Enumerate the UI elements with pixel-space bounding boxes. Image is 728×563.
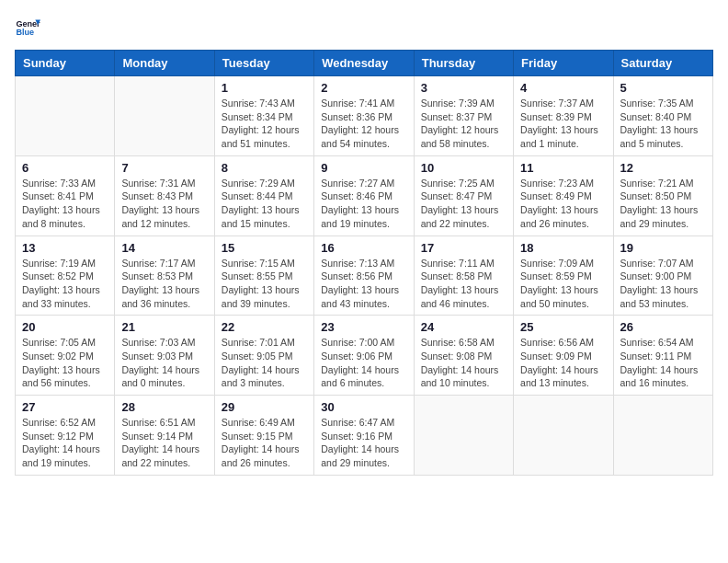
day-number: 29: [222, 400, 307, 414]
day-number: 3: [421, 81, 506, 95]
day-info: Sunrise: 7:39 AM Sunset: 8:37 PM Dayligh…: [421, 97, 506, 151]
calendar-week-row: 20Sunrise: 7:05 AM Sunset: 9:02 PM Dayli…: [16, 316, 713, 396]
day-info: Sunrise: 7:19 AM Sunset: 8:52 PM Dayligh…: [22, 257, 108, 311]
day-info: Sunrise: 7:05 AM Sunset: 9:02 PM Dayligh…: [22, 336, 108, 390]
day-number: 5: [620, 81, 706, 95]
calendar-header-wednesday: Wednesday: [314, 51, 414, 76]
day-number: 4: [520, 81, 606, 95]
day-number: 30: [321, 400, 406, 414]
day-info: Sunrise: 6:56 AM Sunset: 9:09 PM Dayligh…: [520, 336, 606, 390]
day-info: Sunrise: 7:29 AM Sunset: 8:44 PM Dayligh…: [222, 177, 307, 231]
day-info: Sunrise: 7:37 AM Sunset: 8:39 PM Dayligh…: [520, 97, 606, 151]
calendar-header-thursday: Thursday: [414, 51, 513, 76]
calendar-header-saturday: Saturday: [613, 51, 712, 76]
day-number: 21: [121, 320, 207, 334]
day-info: Sunrise: 7:15 AM Sunset: 8:55 PM Dayligh…: [222, 257, 307, 311]
calendar-cell: [115, 76, 214, 156]
calendar-cell: 28Sunrise: 6:51 AM Sunset: 9:14 PM Dayli…: [115, 396, 214, 476]
day-number: 24: [421, 320, 506, 334]
calendar-cell: 14Sunrise: 7:17 AM Sunset: 8:53 PM Dayli…: [115, 236, 214, 316]
day-number: 20: [22, 320, 108, 334]
calendar-cell: 23Sunrise: 7:00 AM Sunset: 9:06 PM Dayli…: [314, 316, 414, 396]
calendar-header-tuesday: Tuesday: [214, 51, 313, 76]
calendar-cell: 10Sunrise: 7:25 AM Sunset: 8:47 PM Dayli…: [414, 155, 513, 236]
calendar-cell: [16, 76, 115, 156]
calendar-cell: 27Sunrise: 6:52 AM Sunset: 9:12 PM Dayli…: [16, 396, 115, 476]
calendar-cell: 22Sunrise: 7:01 AM Sunset: 9:05 PM Dayli…: [214, 316, 313, 396]
day-info: Sunrise: 7:01 AM Sunset: 9:05 PM Dayligh…: [222, 336, 307, 390]
calendar-cell: 24Sunrise: 6:58 AM Sunset: 9:08 PM Dayli…: [414, 316, 513, 396]
day-number: 18: [520, 241, 606, 255]
day-info: Sunrise: 7:31 AM Sunset: 8:43 PM Dayligh…: [121, 177, 207, 231]
day-number: 19: [620, 241, 706, 255]
day-number: 10: [421, 161, 506, 175]
calendar-cell: 9Sunrise: 7:27 AM Sunset: 8:46 PM Daylig…: [314, 155, 414, 236]
calendar-cell: 30Sunrise: 6:47 AM Sunset: 9:16 PM Dayli…: [314, 396, 414, 476]
calendar-header-sunday: Sunday: [16, 51, 115, 76]
day-number: 8: [222, 161, 307, 175]
day-info: Sunrise: 6:54 AM Sunset: 9:11 PM Dayligh…: [620, 336, 706, 390]
calendar-cell: 26Sunrise: 6:54 AM Sunset: 9:11 PM Dayli…: [613, 316, 712, 396]
day-info: Sunrise: 7:27 AM Sunset: 8:46 PM Dayligh…: [321, 177, 406, 231]
header: General Blue: [15, 15, 713, 40]
day-number: 28: [121, 400, 207, 414]
calendar-cell: 17Sunrise: 7:11 AM Sunset: 8:58 PM Dayli…: [414, 236, 513, 316]
day-info: Sunrise: 7:41 AM Sunset: 8:36 PM Dayligh…: [321, 97, 406, 151]
day-info: Sunrise: 6:58 AM Sunset: 9:08 PM Dayligh…: [421, 336, 506, 390]
calendar-header-friday: Friday: [514, 51, 613, 76]
calendar-cell: 8Sunrise: 7:29 AM Sunset: 8:44 PM Daylig…: [214, 155, 313, 236]
calendar-cell: 15Sunrise: 7:15 AM Sunset: 8:55 PM Dayli…: [214, 236, 313, 316]
calendar-cell: 3Sunrise: 7:39 AM Sunset: 8:37 PM Daylig…: [414, 76, 513, 156]
calendar-cell: 5Sunrise: 7:35 AM Sunset: 8:40 PM Daylig…: [613, 76, 712, 156]
calendar-cell: 11Sunrise: 7:23 AM Sunset: 8:49 PM Dayli…: [514, 155, 613, 236]
day-number: 2: [321, 81, 406, 95]
day-info: Sunrise: 7:09 AM Sunset: 8:59 PM Dayligh…: [520, 257, 606, 311]
day-number: 22: [222, 320, 307, 334]
day-number: 12: [620, 161, 706, 175]
calendar-cell: 18Sunrise: 7:09 AM Sunset: 8:59 PM Dayli…: [514, 236, 613, 316]
calendar-cell: 2Sunrise: 7:41 AM Sunset: 8:36 PM Daylig…: [314, 76, 414, 156]
day-number: 23: [321, 320, 406, 334]
day-info: Sunrise: 7:25 AM Sunset: 8:47 PM Dayligh…: [421, 177, 506, 231]
calendar-cell: 4Sunrise: 7:37 AM Sunset: 8:39 PM Daylig…: [514, 76, 613, 156]
day-info: Sunrise: 7:33 AM Sunset: 8:41 PM Dayligh…: [22, 177, 108, 231]
day-number: 6: [22, 161, 108, 175]
day-info: Sunrise: 7:35 AM Sunset: 8:40 PM Dayligh…: [620, 97, 706, 151]
calendar-cell: [514, 396, 613, 476]
day-info: Sunrise: 7:03 AM Sunset: 9:03 PM Dayligh…: [121, 336, 207, 390]
day-number: 13: [22, 241, 108, 255]
calendar-cell: 29Sunrise: 6:49 AM Sunset: 9:15 PM Dayli…: [214, 396, 313, 476]
day-info: Sunrise: 7:13 AM Sunset: 8:56 PM Dayligh…: [321, 257, 406, 311]
day-number: 1: [222, 81, 307, 95]
day-info: Sunrise: 7:11 AM Sunset: 8:58 PM Dayligh…: [421, 257, 506, 311]
calendar-cell: 7Sunrise: 7:31 AM Sunset: 8:43 PM Daylig…: [115, 155, 214, 236]
day-number: 9: [321, 161, 406, 175]
calendar-week-row: 1Sunrise: 7:43 AM Sunset: 8:34 PM Daylig…: [16, 76, 713, 156]
day-info: Sunrise: 7:07 AM Sunset: 9:00 PM Dayligh…: [620, 257, 706, 311]
day-number: 26: [620, 320, 706, 334]
day-info: Sunrise: 7:17 AM Sunset: 8:53 PM Dayligh…: [121, 257, 207, 311]
logo-icon: General Blue: [15, 15, 40, 40]
calendar-cell: 13Sunrise: 7:19 AM Sunset: 8:52 PM Dayli…: [16, 236, 115, 316]
calendar-cell: [613, 396, 712, 476]
day-info: Sunrise: 7:00 AM Sunset: 9:06 PM Dayligh…: [321, 336, 406, 390]
calendar-cell: 25Sunrise: 6:56 AM Sunset: 9:09 PM Dayli…: [514, 316, 613, 396]
calendar-cell: 19Sunrise: 7:07 AM Sunset: 9:00 PM Dayli…: [613, 236, 712, 316]
calendar-cell: 20Sunrise: 7:05 AM Sunset: 9:02 PM Dayli…: [16, 316, 115, 396]
day-number: 17: [421, 241, 506, 255]
day-info: Sunrise: 6:51 AM Sunset: 9:14 PM Dayligh…: [121, 416, 207, 470]
day-info: Sunrise: 7:23 AM Sunset: 8:49 PM Dayligh…: [520, 177, 606, 231]
calendar-cell: 21Sunrise: 7:03 AM Sunset: 9:03 PM Dayli…: [115, 316, 214, 396]
calendar-week-row: 6Sunrise: 7:33 AM Sunset: 8:41 PM Daylig…: [16, 155, 713, 236]
day-info: Sunrise: 6:52 AM Sunset: 9:12 PM Dayligh…: [22, 416, 108, 470]
calendar-cell: 12Sunrise: 7:21 AM Sunset: 8:50 PM Dayli…: [613, 155, 712, 236]
day-number: 15: [222, 241, 307, 255]
day-number: 25: [520, 320, 606, 334]
day-info: Sunrise: 6:47 AM Sunset: 9:16 PM Dayligh…: [321, 416, 406, 470]
calendar-header-monday: Monday: [115, 51, 214, 76]
day-info: Sunrise: 7:43 AM Sunset: 8:34 PM Dayligh…: [222, 97, 307, 151]
day-number: 11: [520, 161, 606, 175]
calendar-week-row: 13Sunrise: 7:19 AM Sunset: 8:52 PM Dayli…: [16, 236, 713, 316]
calendar-cell: 16Sunrise: 7:13 AM Sunset: 8:56 PM Dayli…: [314, 236, 414, 316]
calendar-table: SundayMondayTuesdayWednesdayThursdayFrid…: [15, 50, 713, 476]
